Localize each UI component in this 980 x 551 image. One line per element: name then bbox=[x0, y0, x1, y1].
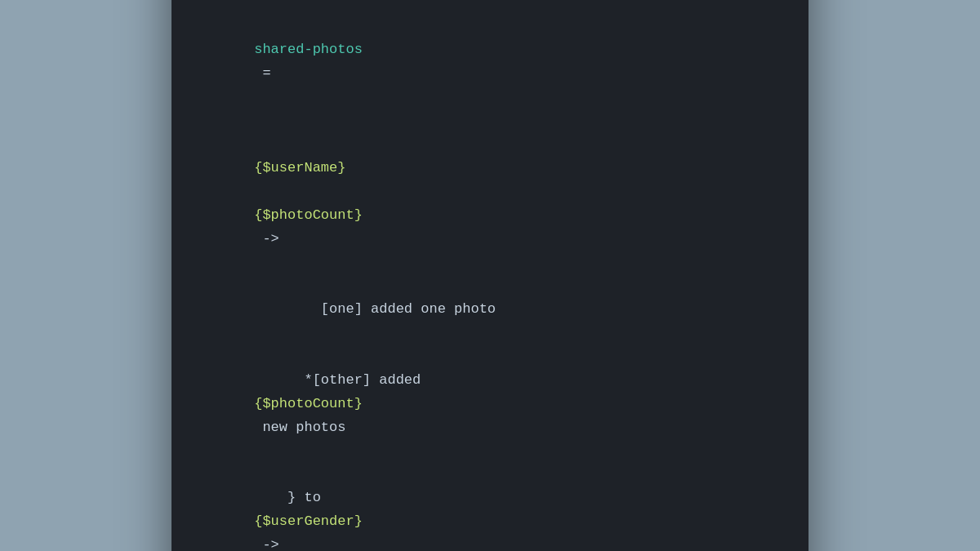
username-photocount-line: {$userName} {$photoCount} -> bbox=[204, 109, 776, 274]
arrow-2: -> bbox=[254, 537, 279, 551]
one-photo-line: [one] added one photo bbox=[204, 274, 776, 345]
shared-photos-line: shared-photos = bbox=[204, 16, 776, 110]
to-prefix: } to bbox=[254, 490, 329, 505]
space-1 bbox=[254, 184, 262, 199]
indent-1 bbox=[254, 136, 287, 152]
code-window: # Simple things are simple. hello-user =… bbox=[172, 0, 808, 551]
shared-photos-key: shared-photos bbox=[254, 42, 363, 57]
comment-line-2: # Complex things are possible. bbox=[204, 0, 776, 16]
photocount-var-1: {$photoCount} bbox=[254, 207, 363, 223]
code-content: # Simple things are simple. hello-user =… bbox=[172, 0, 808, 551]
arrow-1: -> bbox=[254, 231, 279, 247]
user-gender-line: } to {$userGender} -> bbox=[204, 463, 776, 551]
photocount-var-2: {$photoCount} bbox=[254, 396, 363, 411]
other-photos-line: *[other] added {$photoCount} new photos bbox=[204, 345, 776, 463]
usergender-var: {$userGender} bbox=[254, 513, 363, 529]
other-photos-suffix: new photos bbox=[254, 420, 345, 435]
username-var-1: {$userName} bbox=[254, 160, 345, 176]
other-photos-prefix: *[other] added bbox=[254, 372, 429, 388]
shared-photos-eq: = bbox=[254, 65, 270, 81]
one-photo-text: [one] added one photo bbox=[254, 301, 496, 317]
